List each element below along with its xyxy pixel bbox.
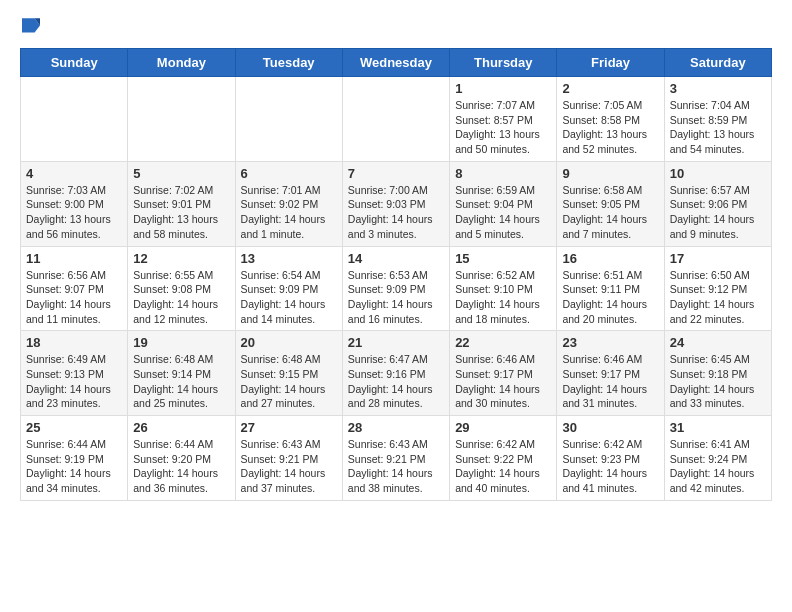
day-info: Sunrise: 7:05 AM Sunset: 8:58 PM Dayligh…	[562, 99, 647, 155]
calendar-cell: 17Sunrise: 6:50 AM Sunset: 9:12 PM Dayli…	[664, 246, 771, 331]
day-number: 13	[241, 251, 337, 266]
day-of-week-saturday: Saturday	[664, 49, 771, 77]
day-info: Sunrise: 6:42 AM Sunset: 9:22 PM Dayligh…	[455, 438, 540, 494]
day-number: 19	[133, 335, 229, 350]
calendar-cell: 16Sunrise: 6:51 AM Sunset: 9:11 PM Dayli…	[557, 246, 664, 331]
calendar-cell: 27Sunrise: 6:43 AM Sunset: 9:21 PM Dayli…	[235, 416, 342, 501]
calendar-cell	[235, 77, 342, 162]
calendar-cell: 2Sunrise: 7:05 AM Sunset: 8:58 PM Daylig…	[557, 77, 664, 162]
day-number: 29	[455, 420, 551, 435]
calendar-cell: 29Sunrise: 6:42 AM Sunset: 9:22 PM Dayli…	[450, 416, 557, 501]
day-info: Sunrise: 6:55 AM Sunset: 9:08 PM Dayligh…	[133, 269, 218, 325]
calendar-cell: 23Sunrise: 6:46 AM Sunset: 9:17 PM Dayli…	[557, 331, 664, 416]
day-number: 7	[348, 166, 444, 181]
calendar-cell	[128, 77, 235, 162]
day-number: 26	[133, 420, 229, 435]
day-number: 30	[562, 420, 658, 435]
day-number: 8	[455, 166, 551, 181]
day-number: 22	[455, 335, 551, 350]
day-info: Sunrise: 6:47 AM Sunset: 9:16 PM Dayligh…	[348, 353, 433, 409]
page-header	[20, 20, 772, 40]
day-info: Sunrise: 7:03 AM Sunset: 9:00 PM Dayligh…	[26, 184, 111, 240]
calendar-cell: 25Sunrise: 6:44 AM Sunset: 9:19 PM Dayli…	[21, 416, 128, 501]
day-of-week-friday: Friday	[557, 49, 664, 77]
day-info: Sunrise: 7:00 AM Sunset: 9:03 PM Dayligh…	[348, 184, 433, 240]
day-number: 3	[670, 81, 766, 96]
day-number: 5	[133, 166, 229, 181]
day-number: 10	[670, 166, 766, 181]
day-number: 20	[241, 335, 337, 350]
logo	[20, 20, 40, 40]
week-row-5: 25Sunrise: 6:44 AM Sunset: 9:19 PM Dayli…	[21, 416, 772, 501]
day-number: 16	[562, 251, 658, 266]
day-info: Sunrise: 6:50 AM Sunset: 9:12 PM Dayligh…	[670, 269, 755, 325]
week-row-3: 11Sunrise: 6:56 AM Sunset: 9:07 PM Dayli…	[21, 246, 772, 331]
day-info: Sunrise: 6:49 AM Sunset: 9:13 PM Dayligh…	[26, 353, 111, 409]
day-info: Sunrise: 6:51 AM Sunset: 9:11 PM Dayligh…	[562, 269, 647, 325]
day-info: Sunrise: 6:58 AM Sunset: 9:05 PM Dayligh…	[562, 184, 647, 240]
day-info: Sunrise: 6:43 AM Sunset: 9:21 PM Dayligh…	[241, 438, 326, 494]
calendar-cell: 26Sunrise: 6:44 AM Sunset: 9:20 PM Dayli…	[128, 416, 235, 501]
day-number: 24	[670, 335, 766, 350]
calendar-header: SundayMondayTuesdayWednesdayThursdayFrid…	[21, 49, 772, 77]
day-info: Sunrise: 6:44 AM Sunset: 9:19 PM Dayligh…	[26, 438, 111, 494]
day-info: Sunrise: 6:57 AM Sunset: 9:06 PM Dayligh…	[670, 184, 755, 240]
day-of-week-tuesday: Tuesday	[235, 49, 342, 77]
day-info: Sunrise: 7:02 AM Sunset: 9:01 PM Dayligh…	[133, 184, 218, 240]
calendar-cell: 21Sunrise: 6:47 AM Sunset: 9:16 PM Dayli…	[342, 331, 449, 416]
day-number: 17	[670, 251, 766, 266]
day-info: Sunrise: 6:48 AM Sunset: 9:15 PM Dayligh…	[241, 353, 326, 409]
day-number: 31	[670, 420, 766, 435]
calendar-cell: 24Sunrise: 6:45 AM Sunset: 9:18 PM Dayli…	[664, 331, 771, 416]
calendar-cell: 7Sunrise: 7:00 AM Sunset: 9:03 PM Daylig…	[342, 161, 449, 246]
week-row-2: 4Sunrise: 7:03 AM Sunset: 9:00 PM Daylig…	[21, 161, 772, 246]
day-info: Sunrise: 6:46 AM Sunset: 9:17 PM Dayligh…	[455, 353, 540, 409]
calendar-cell: 5Sunrise: 7:02 AM Sunset: 9:01 PM Daylig…	[128, 161, 235, 246]
day-number: 28	[348, 420, 444, 435]
calendar-cell: 4Sunrise: 7:03 AM Sunset: 9:00 PM Daylig…	[21, 161, 128, 246]
day-info: Sunrise: 7:04 AM Sunset: 8:59 PM Dayligh…	[670, 99, 755, 155]
day-number: 11	[26, 251, 122, 266]
calendar-cell: 14Sunrise: 6:53 AM Sunset: 9:09 PM Dayli…	[342, 246, 449, 331]
calendar-body: 1Sunrise: 7:07 AM Sunset: 8:57 PM Daylig…	[21, 77, 772, 501]
calendar-cell: 22Sunrise: 6:46 AM Sunset: 9:17 PM Dayli…	[450, 331, 557, 416]
day-info: Sunrise: 7:07 AM Sunset: 8:57 PM Dayligh…	[455, 99, 540, 155]
day-info: Sunrise: 6:41 AM Sunset: 9:24 PM Dayligh…	[670, 438, 755, 494]
day-number: 15	[455, 251, 551, 266]
day-number: 18	[26, 335, 122, 350]
calendar-cell: 31Sunrise: 6:41 AM Sunset: 9:24 PM Dayli…	[664, 416, 771, 501]
day-number: 9	[562, 166, 658, 181]
calendar-table: SundayMondayTuesdayWednesdayThursdayFrid…	[20, 48, 772, 501]
day-number: 21	[348, 335, 444, 350]
day-info: Sunrise: 6:52 AM Sunset: 9:10 PM Dayligh…	[455, 269, 540, 325]
day-info: Sunrise: 7:01 AM Sunset: 9:02 PM Dayligh…	[241, 184, 326, 240]
day-info: Sunrise: 6:56 AM Sunset: 9:07 PM Dayligh…	[26, 269, 111, 325]
calendar-cell: 9Sunrise: 6:58 AM Sunset: 9:05 PM Daylig…	[557, 161, 664, 246]
day-info: Sunrise: 6:45 AM Sunset: 9:18 PM Dayligh…	[670, 353, 755, 409]
calendar-cell: 6Sunrise: 7:01 AM Sunset: 9:02 PM Daylig…	[235, 161, 342, 246]
day-info: Sunrise: 6:48 AM Sunset: 9:14 PM Dayligh…	[133, 353, 218, 409]
day-info: Sunrise: 6:53 AM Sunset: 9:09 PM Dayligh…	[348, 269, 433, 325]
calendar-cell: 18Sunrise: 6:49 AM Sunset: 9:13 PM Dayli…	[21, 331, 128, 416]
calendar-cell: 1Sunrise: 7:07 AM Sunset: 8:57 PM Daylig…	[450, 77, 557, 162]
calendar-cell: 10Sunrise: 6:57 AM Sunset: 9:06 PM Dayli…	[664, 161, 771, 246]
calendar-cell: 12Sunrise: 6:55 AM Sunset: 9:08 PM Dayli…	[128, 246, 235, 331]
calendar-cell	[342, 77, 449, 162]
calendar-cell: 28Sunrise: 6:43 AM Sunset: 9:21 PM Dayli…	[342, 416, 449, 501]
calendar-cell: 3Sunrise: 7:04 AM Sunset: 8:59 PM Daylig…	[664, 77, 771, 162]
week-row-4: 18Sunrise: 6:49 AM Sunset: 9:13 PM Dayli…	[21, 331, 772, 416]
logo-icon	[22, 18, 40, 40]
day-number: 2	[562, 81, 658, 96]
day-info: Sunrise: 6:43 AM Sunset: 9:21 PM Dayligh…	[348, 438, 433, 494]
calendar-cell: 15Sunrise: 6:52 AM Sunset: 9:10 PM Dayli…	[450, 246, 557, 331]
day-of-week-thursday: Thursday	[450, 49, 557, 77]
day-number: 4	[26, 166, 122, 181]
day-number: 25	[26, 420, 122, 435]
week-row-1: 1Sunrise: 7:07 AM Sunset: 8:57 PM Daylig…	[21, 77, 772, 162]
day-info: Sunrise: 6:54 AM Sunset: 9:09 PM Dayligh…	[241, 269, 326, 325]
day-of-week-sunday: Sunday	[21, 49, 128, 77]
day-info: Sunrise: 6:46 AM Sunset: 9:17 PM Dayligh…	[562, 353, 647, 409]
day-number: 14	[348, 251, 444, 266]
day-info: Sunrise: 6:42 AM Sunset: 9:23 PM Dayligh…	[562, 438, 647, 494]
calendar-cell: 20Sunrise: 6:48 AM Sunset: 9:15 PM Dayli…	[235, 331, 342, 416]
